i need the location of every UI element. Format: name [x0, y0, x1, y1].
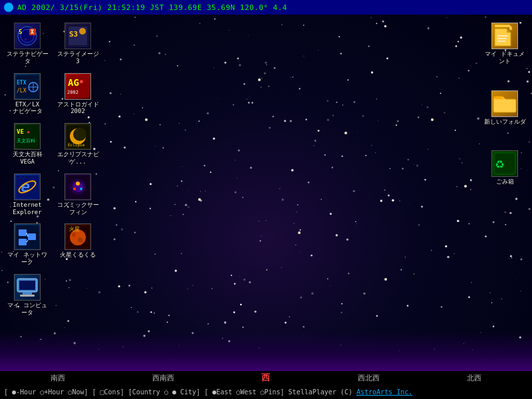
mycomputer-label: マイ コンピュータ — [5, 302, 50, 317]
svg-text:X: X — [31, 29, 34, 35]
icon-tenmon[interactable]: VE ★ 天文百科 天文大百科 VEGA — [3, 120, 51, 168]
svg-rect-51 — [20, 295, 35, 297]
stellanavi-label: ステラナビゲータ — [5, 51, 50, 65]
cons-check[interactable]: □Cons — [100, 388, 120, 396]
icon-mars[interactable]: 火星 火星くるくる — [54, 221, 102, 269]
topbar: AD 2002/ 3/15(Fri) 21:52:19 JST 139.69E … — [0, 0, 532, 15]
etx-icon: ETX /LX — [14, 73, 41, 100]
svg-text:Eclipse: Eclipse — [68, 142, 85, 148]
svg-text:5: 5 — [19, 29, 22, 35]
svg-text:火星: 火星 — [69, 226, 80, 232]
svg-point-36 — [80, 188, 82, 190]
radio2[interactable]: ● — [172, 388, 176, 396]
astroarts-link[interactable]: AstroArts Inc. — [356, 388, 412, 396]
icon-etx[interactable]: ETX /LX ETX／LX ナビゲータ — [3, 70, 51, 118]
compass-row: 南西 西南西 西 西北西 北西 — [0, 371, 532, 384]
recycle-label: ごみ箱 — [496, 178, 514, 186]
stellaimage3-label: ステライメージ3 — [55, 51, 100, 65]
pins-radio[interactable]: ○Pins — [260, 388, 280, 396]
svg-rect-10 — [16, 75, 39, 98]
icon-row-6: マイ コンピュータ — [3, 271, 102, 319]
etx-label: ETX／LX ナビゲータ — [13, 101, 43, 116]
mydocs-label: マイ ドキュメント — [482, 51, 527, 65]
icon-newfolder[interactable]: 新しいフォルダ — [481, 88, 529, 128]
tenmon-label: 天文大百科 VEGA — [13, 151, 43, 166]
icon-eclipse[interactable]: Eclipse エクリプスナビゲ... — [54, 120, 102, 168]
icon-mydocs[interactable]: マイ ドキュメント — [481, 20, 529, 68]
svg-rect-39 — [28, 233, 36, 240]
icon-stellanavi[interactable]: 5 ☆ X ステラナビゲータ — [3, 20, 51, 68]
astroguide-icon: AG 2002 ● — [65, 73, 91, 100]
mydocs-icon — [491, 23, 518, 49]
icon-row-5: マイ ネットワーク 火星 火星くるくる — [3, 221, 102, 269]
icon-mynetwork[interactable]: マイ ネットワーク — [3, 221, 51, 269]
svg-text:ETX: ETX — [17, 80, 27, 86]
mynetwork-icon — [14, 223, 41, 250]
astroguide-label: アストロガイド 2002 — [57, 101, 99, 116]
ie-icon: e — [14, 174, 41, 200]
cosmic-label: コズミックサーフィン — [55, 201, 100, 216]
radio1[interactable]: ○ — [164, 388, 168, 396]
plus-hour[interactable]: ○+Hour — [40, 388, 64, 396]
icon-row-1: 5 ☆ X ステラナビゲータ S3 ステライ — [3, 20, 102, 68]
mynetwork-label: マイ ネットワーク — [5, 251, 50, 266]
svg-text:●: ● — [80, 78, 83, 84]
east-radio[interactable]: ●East — [212, 388, 232, 396]
compass-sw: 南西 — [51, 373, 65, 383]
mars-icon: 火星 — [65, 223, 91, 250]
tenmon-icon: VE ★ 天文百科 — [14, 123, 41, 150]
icon-recycle[interactable]: ♻ ごみ箱 — [481, 148, 529, 188]
svg-rect-49 — [19, 281, 35, 290]
cosmic-icon — [65, 174, 91, 200]
svg-rect-54 — [497, 35, 508, 37]
svg-rect-40 — [19, 239, 27, 245]
svg-text:S3: S3 — [69, 30, 78, 39]
svg-rect-38 — [19, 229, 27, 236]
compass-wsw: 西南西 — [152, 373, 174, 383]
svg-text:/LX: /LX — [17, 88, 27, 94]
svg-point-26 — [73, 128, 86, 141]
svg-text:天文百科: 天文百科 — [17, 138, 35, 144]
svg-rect-50 — [23, 292, 32, 295]
now[interactable]: ○Now — [68, 388, 84, 396]
svg-rect-55 — [497, 38, 507, 39]
icon-ie[interactable]: e Internet Explorer — [3, 171, 51, 219]
eclipse-label: エクリプスナビゲ... — [55, 151, 100, 166]
svg-point-45 — [72, 233, 76, 237]
status-text: [ ●-Hour ○+Hour ○Now] [ □Cons] [Country … — [4, 388, 412, 396]
svg-point-34 — [76, 182, 80, 186]
svg-text:2002: 2002 — [67, 90, 78, 95]
eclipse-icon: Eclipse — [65, 123, 91, 150]
recycle-icon: ♻ — [491, 150, 518, 177]
topbar-text: AD 2002/ 3/15(Fri) 21:52:19 JST 139.69E … — [17, 3, 287, 12]
svg-text:☆: ☆ — [24, 36, 27, 42]
status-row: [ ●-Hour ○+Hour ○Now] [ □Cons] [Country … — [0, 384, 532, 399]
newfolder-label: 新しいフォルダ — [484, 118, 526, 126]
compass-nw: 北西 — [467, 373, 481, 383]
topbar-icon — [4, 3, 13, 12]
minus-hour[interactable]: ●-Hour — [12, 388, 36, 396]
ie-label: Internet Explorer — [13, 201, 41, 216]
svg-point-9 — [79, 28, 86, 35]
svg-rect-56 — [497, 41, 505, 42]
svg-text:VE: VE — [17, 128, 24, 135]
mycomputer-icon — [14, 274, 41, 301]
svg-text:AG: AG — [68, 77, 79, 88]
horizon — [0, 331, 532, 371]
stellanavi-icon: 5 ☆ X — [14, 23, 41, 49]
icon-astroguide[interactable]: AG 2002 ● アストロガイド 2002 — [54, 70, 102, 118]
svg-text:★: ★ — [27, 128, 31, 135]
stellaimage3-icon: S3 — [65, 23, 91, 49]
icon-row-3: VE ★ 天文百科 天文大百科 VEGA Eclipse エクリプスナ — [3, 120, 102, 168]
svg-text:♻: ♻ — [495, 155, 504, 172]
west-radio[interactable]: ○West — [236, 388, 256, 396]
icon-stellaimage3[interactable]: S3 ステライメージ3 — [54, 20, 102, 68]
icon-cosmic[interactable]: コズミックサーフィン — [54, 171, 102, 219]
newfolder-icon — [491, 90, 518, 117]
icon-mycomputer[interactable]: マイ コンピュータ — [3, 271, 51, 319]
desktop: AD 2002/ 3/15(Fri) 21:52:19 JST 139.69E … — [0, 0, 532, 399]
icon-row-4: e Internet Explorer — [3, 171, 102, 219]
mars-label: 火星くるくる — [60, 251, 96, 259]
icons-left: 5 ☆ X ステラナビゲータ S3 ステライ — [3, 20, 102, 319]
icons-right: マイ ドキュメント 新しいフォルダ ♻ ごみ箱 — [481, 20, 529, 188]
